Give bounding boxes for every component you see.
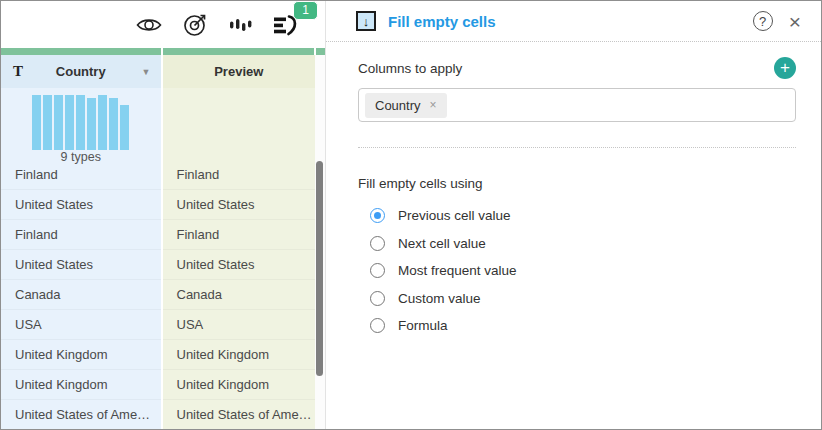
preview-rows: FinlandUnited StatesFinlandUnited States… (163, 160, 316, 430)
column-country: T Country ▼ 9 types FinlandUnited States… (1, 55, 161, 430)
country-cell[interactable]: United States (1, 250, 161, 280)
columns-input[interactable]: Country × (358, 88, 796, 122)
country-cell[interactable]: United States of Ame… (1, 400, 161, 430)
histogram-bars (1, 95, 161, 150)
columns-to-apply-label: Columns to apply (358, 61, 462, 76)
radio-button-icon[interactable] (370, 263, 385, 278)
selected-column-indicator (1, 48, 325, 55)
grid-columns: T Country ▼ 9 types FinlandUnited States… (1, 55, 325, 430)
fill-down-icon: ↓ (356, 11, 376, 31)
radio-option[interactable]: Next cell value (370, 236, 796, 251)
preview-histogram-spacer (163, 88, 316, 160)
radio-option-label: Most frequent value (398, 263, 517, 278)
country-rows: FinlandUnited StatesFinlandUnited States… (1, 160, 161, 430)
column-tag: Country × (365, 93, 447, 118)
vertical-scrollbar-track[interactable] (315, 55, 325, 430)
preview-cell[interactable]: United Kingdom (163, 340, 316, 370)
panel-header: ↓ Fill empty cells ? × (326, 1, 821, 42)
column-tag-label: Country (375, 98, 421, 113)
country-cell[interactable]: Canada (1, 280, 161, 310)
radio-option[interactable]: Formula (370, 318, 796, 333)
country-cell[interactable]: Finland (1, 220, 161, 250)
radio-button-icon[interactable] (370, 291, 385, 306)
country-cell[interactable]: United States (1, 190, 161, 220)
preview-header-label: Preview (214, 64, 263, 79)
radio-option-label: Previous cell value (398, 208, 511, 223)
radio-button-icon[interactable] (370, 318, 385, 333)
column-stats-icon[interactable] (229, 14, 252, 36)
radio-option[interactable]: Most frequent value (370, 263, 796, 278)
radio-button-icon[interactable] (370, 208, 385, 223)
data-grid-area: 1 T Country ▼ 9 types (1, 1, 326, 429)
country-header-label: Country (56, 64, 106, 79)
preview-cell[interactable]: United Kingdom (163, 370, 316, 400)
country-cell[interactable]: USA (1, 310, 161, 340)
country-cell[interactable]: United Kingdom (1, 370, 161, 400)
preview-cell[interactable]: Finland (163, 220, 316, 250)
country-cell[interactable]: Finland (1, 160, 161, 190)
column-menu-caret-icon[interactable]: ▼ (142, 67, 151, 77)
country-column-header[interactable]: T Country ▼ (1, 55, 161, 88)
vertical-scrollbar-thumb[interactable] (316, 161, 323, 376)
preview-cell[interactable]: USA (163, 310, 316, 340)
add-column-button[interactable]: + (774, 57, 796, 79)
applied-steps-icon[interactable]: 1 (273, 13, 299, 37)
panel-title: Fill empty cells (388, 13, 496, 30)
radio-button-icon[interactable] (370, 236, 385, 251)
panel-body: Columns to apply + Country × Fill empty … (326, 42, 821, 333)
preview-cell[interactable]: Canada (163, 280, 316, 310)
column-preview: Preview FinlandUnited StatesFinlandUnite… (163, 55, 316, 430)
fill-using-label: Fill empty cells using (358, 176, 796, 191)
text-type-icon: T (13, 63, 23, 80)
preview-cell[interactable]: United States (163, 250, 316, 280)
help-icon[interactable]: ? (753, 11, 773, 31)
country-histogram[interactable]: 9 types (1, 88, 161, 160)
radio-option-label: Custom value (398, 291, 481, 306)
preview-cell[interactable]: Finland (163, 160, 316, 190)
eye-icon[interactable] (136, 16, 162, 34)
remove-tag-icon[interactable]: × (430, 98, 437, 112)
preview-cell[interactable]: United States of Ame… (163, 400, 316, 430)
steps-count-badge[interactable]: 1 (293, 1, 318, 20)
fill-method-radio-group: Previous cell value Next cell value Most… (370, 208, 796, 333)
preview-cell[interactable]: United States (163, 190, 316, 220)
radio-option[interactable]: Previous cell value (370, 208, 796, 223)
radio-option-label: Formula (398, 318, 448, 333)
radio-option-label: Next cell value (398, 236, 486, 251)
dataprep-window: 1 T Country ▼ 9 types (0, 0, 822, 430)
radio-option[interactable]: Custom value (370, 291, 796, 306)
grid-toolbar: 1 (1, 1, 325, 48)
section-divider (358, 147, 796, 148)
target-icon[interactable] (183, 12, 208, 37)
country-cell[interactable]: United Kingdom (1, 340, 161, 370)
close-icon[interactable]: × (789, 11, 801, 32)
fill-empty-cells-panel: ↓ Fill empty cells ? × Columns to apply … (326, 1, 821, 429)
preview-column-header[interactable]: Preview (163, 55, 316, 88)
